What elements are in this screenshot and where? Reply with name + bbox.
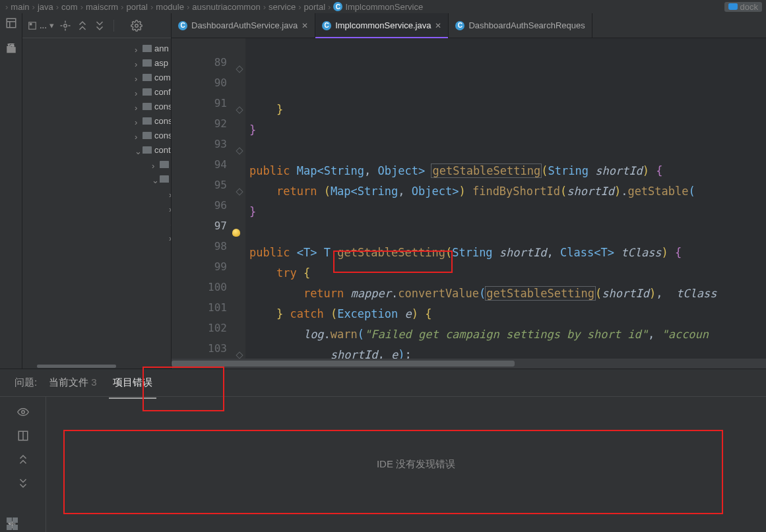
chevron-right-icon[interactable] (135, 117, 141, 124)
close-icon[interactable]: ✕ (435, 21, 441, 30)
svg-point-5 (64, 24, 67, 27)
layout-icon[interactable] (5, 17, 17, 29)
folder-icon (143, 103, 152, 110)
fold-icon[interactable] (236, 65, 243, 73)
structure-tool[interactable]: 结构 (0, 514, 22, 531)
problems-toolbar (0, 397, 46, 532)
crumb[interactable]: com (61, 2, 78, 12)
tree-row[interactable]: cont (22, 142, 172, 157)
structure-icon (6, 517, 17, 531)
fold-icon[interactable] (236, 351, 243, 359)
editor-tab[interactable]: CImplcommonService.java✕ (315, 13, 449, 38)
expand-icon[interactable] (17, 454, 29, 465)
project-panel: ... ▾ annaspcomconfconsconsconscontab (22, 13, 172, 369)
eye-icon[interactable] (17, 406, 29, 418)
code-line[interactable]: } catch (Exception e) { (249, 304, 766, 324)
tree-row[interactable]: cons (22, 99, 172, 113)
editor-h-scrollbar[interactable] (172, 359, 766, 369)
locate-icon[interactable] (59, 20, 71, 32)
chevron-right-icon[interactable] (135, 132, 141, 138)
code-editor[interactable]: 8990919293949596979899100101102103 }}pub… (172, 38, 766, 359)
line-number (172, 38, 227, 52)
crumb[interactable]: maiscrm (86, 2, 118, 12)
split-icon[interactable] (17, 430, 29, 442)
tree-row[interactable]: cons (22, 113, 172, 128)
tree-row[interactable] (22, 229, 172, 244)
code-line[interactable]: public Map<String, Object> getStableSett… (249, 161, 766, 181)
code-line[interactable]: return mapper.convertValue(getStableSett… (249, 283, 766, 304)
tree-row[interactable] (22, 186, 172, 200)
chevron-right-icon[interactable] (135, 88, 141, 95)
code-line[interactable]: log.warn("Failed get campaign settings b… (249, 324, 766, 345)
hint-bulb-icon[interactable] (232, 229, 240, 237)
code-line[interactable]: shortId, e); (249, 345, 766, 359)
editor-tab-bar: CDashboardAuthService.java✕CImplcommonSe… (172, 13, 766, 38)
folder-icon (143, 117, 152, 125)
tab-label: ImplcommonService.java (335, 20, 431, 30)
problems-tabs: 问题: 当前文件 3 项目错误 (0, 369, 766, 397)
code-line[interactable] (249, 222, 766, 243)
crumb[interactable]: java (38, 2, 53, 12)
project-h-scrollbar[interactable] (22, 362, 171, 369)
chevron-down-icon[interactable] (135, 146, 141, 153)
code-line[interactable] (249, 140, 766, 161)
chevron-down-icon[interactable] (152, 175, 158, 182)
folder-icon[interactable] (5, 44, 17, 55)
chevron-right-icon[interactable] (135, 45, 141, 51)
problems-title: 问题: (15, 376, 37, 389)
crumb[interactable]: main (11, 2, 29, 12)
project-toolbar: ... ▾ (22, 13, 171, 38)
line-number: 97 (172, 216, 227, 236)
line-number: 89 (172, 52, 227, 73)
tree-row[interactable] (22, 215, 172, 229)
tree-row[interactable]: a (22, 157, 172, 171)
folder-icon (160, 175, 169, 183)
tab-current-file[interactable]: 当前文件 3 (45, 372, 101, 393)
crumb[interactable]: ausnutriacommon (192, 2, 260, 12)
crumb[interactable]: ImplcommonService (345, 2, 423, 12)
fold-icon[interactable] (236, 106, 243, 113)
chevron-right-icon[interactable] (135, 74, 141, 80)
crumb[interactable]: portal (126, 2, 148, 12)
chevron-right-icon[interactable] (152, 161, 158, 167)
tree-row[interactable]: b (22, 171, 172, 186)
code-line[interactable]: } (249, 120, 766, 140)
expand-all-icon[interactable] (77, 20, 88, 32)
tree-row[interactable]: cons (22, 128, 172, 142)
project-tree[interactable]: annaspcomconfconsconsconscontab (22, 38, 172, 362)
tree-row[interactable] (22, 200, 172, 215)
crumb[interactable]: portal (304, 2, 326, 12)
code-line[interactable]: public <T> T getStableSetting(String sho… (249, 243, 766, 263)
editor-tab[interactable]: CDashboardAuthSearchReques (449, 13, 592, 38)
crumb[interactable]: service (269, 2, 296, 12)
chevron-right-icon[interactable] (135, 103, 141, 109)
tab-project-errors[interactable]: 项目错误 (109, 372, 156, 393)
gear-icon[interactable] (131, 20, 143, 32)
tree-item-label: ann (154, 44, 169, 53)
tree-row[interactable]: ann (22, 41, 172, 55)
code-line[interactable]: return (Map<String, Object>) findByShort… (249, 181, 766, 202)
code-area[interactable]: }}public Map<String, Object> getStableSe… (245, 38, 766, 359)
editor-tab[interactable]: CDashboardAuthService.java✕ (172, 13, 315, 38)
tree-row[interactable]: conf (22, 84, 172, 99)
problems-empty-text: IDE 没有发现错误 (377, 458, 455, 471)
tree-item-label: cons (154, 116, 172, 126)
folder-icon (160, 161, 169, 168)
project-view-dropdown[interactable]: ... ▾ (28, 20, 54, 30)
tree-row[interactable]: asp (22, 55, 172, 70)
chevron-right-icon[interactable] (135, 59, 141, 66)
tree-row[interactable]: com (22, 70, 172, 84)
code-line[interactable]: } (249, 100, 766, 120)
folder-icon (143, 74, 152, 81)
fold-icon[interactable] (236, 188, 243, 195)
code-line[interactable]: } (249, 202, 766, 222)
close-icon[interactable]: ✕ (302, 21, 308, 30)
code-line[interactable]: try { (249, 263, 766, 283)
fold-icon[interactable] (236, 147, 243, 154)
line-number: 98 (172, 236, 227, 256)
docker-target[interactable]: dock (724, 2, 762, 12)
collapse-icon[interactable] (17, 477, 29, 489)
tree-item-label: cons (154, 131, 172, 140)
crumb[interactable]: module (156, 2, 184, 12)
collapse-all-icon[interactable] (94, 20, 106, 32)
